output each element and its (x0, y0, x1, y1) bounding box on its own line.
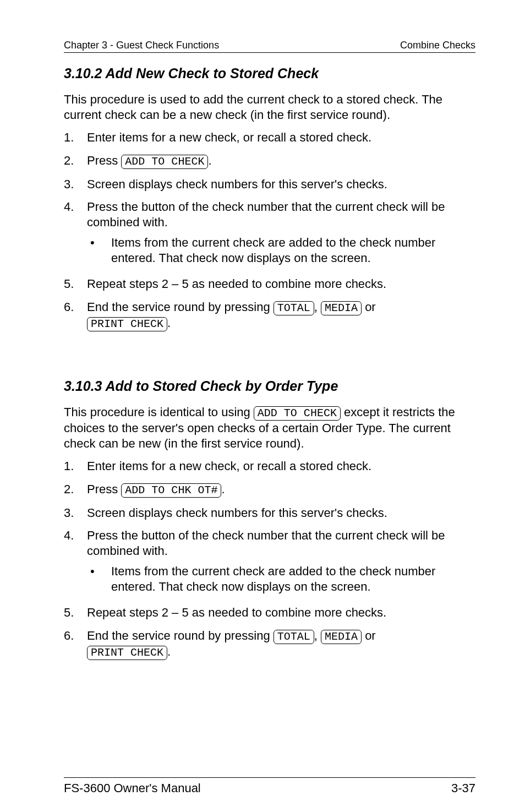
section-gap (64, 339, 475, 366)
step-item: 6. End the service round by pressing TOT… (64, 299, 475, 331)
bullet-item: • Items from the current check are added… (87, 235, 475, 265)
step-item: 5. Repeat steps 2 – 5 as needed to combi… (64, 605, 475, 620)
step-item: 5. Repeat steps 2 – 5 as needed to combi… (64, 276, 475, 292)
keycap-print-check: PRINT CHECK (87, 317, 167, 331)
step-item: 3. Screen displays check numbers for thi… (64, 177, 475, 192)
section-b-steps: 1. Enter items for a new check, or recal… (64, 459, 475, 660)
keycap-add-to-check: ADD TO CHECK (254, 406, 341, 421)
step-sep: , (314, 300, 321, 314)
header-right: Combine Checks (400, 40, 475, 51)
step-body: End the service round by pressing TOTAL,… (87, 628, 475, 660)
section-b-title: 3.10.3 Add to Stored Check by Order Type (64, 378, 475, 395)
section-b-intro: This procedure is identical to using ADD… (64, 405, 475, 451)
step-item: 4. Press the button of the check number … (64, 199, 475, 269)
step-prefix: End the service round by pressing (87, 300, 274, 314)
step-body: End the service round by pressing TOTAL,… (87, 299, 475, 331)
step-item: 4. Press the button of the check number … (64, 528, 475, 597)
bullet-icon: • (87, 564, 111, 594)
step-number: 2. (64, 482, 87, 498)
step-text: Screen displays check numbers for this s… (87, 177, 475, 192)
step-number: 1. (64, 130, 87, 145)
step-number: 4. (64, 528, 87, 597)
step-item: 6. End the service round by pressing TOT… (64, 628, 475, 660)
step-number: 5. (64, 276, 87, 292)
step-sep: or (362, 629, 376, 642)
bullet-text: Items from the current check are added t… (111, 564, 475, 594)
section-a-steps: 1. Enter items for a new check, or recal… (64, 130, 475, 331)
step-bullets: • Items from the current check are added… (87, 235, 475, 265)
keycap-total: TOTAL (274, 630, 314, 644)
step-prefix: Press (87, 154, 121, 167)
step-text: Press the button of the check number tha… (87, 528, 445, 558)
page: Chapter 3 - Guest Check Functions Combin… (0, 0, 525, 812)
keycap-total: TOTAL (274, 301, 314, 315)
step-number: 6. (64, 628, 87, 660)
keycap-media: MEDIA (321, 630, 362, 644)
footer-right: 3-37 (451, 781, 475, 795)
step-text: Repeat steps 2 – 5 as needed to combine … (87, 605, 475, 620)
step-text: Repeat steps 2 – 5 as needed to combine … (87, 276, 475, 292)
bullet-item: • Items from the current check are added… (87, 564, 475, 594)
step-sep: or (362, 300, 376, 314)
step-text: Screen displays check numbers for this s… (87, 505, 475, 521)
step-text: Enter items for a new check, or recall a… (87, 459, 475, 474)
step-suffix: . (221, 482, 225, 496)
keycap-print-check: PRINT CHECK (87, 646, 167, 660)
step-prefix: Press (87, 482, 121, 496)
step-item: 2. Press ADD TO CHECK. (64, 153, 475, 169)
step-body: Press ADD TO CHK OT#. (87, 482, 475, 498)
step-bullets: • Items from the current check are added… (87, 564, 475, 594)
step-prefix: End the service round by pressing (87, 629, 274, 642)
step-text: Press the button of the check number tha… (87, 200, 445, 229)
step-item: 2. Press ADD TO CHK OT#. (64, 482, 475, 498)
footer-left: FS-3600 Owner's Manual (64, 781, 201, 795)
section-a-intro: This procedure is used to add the curren… (64, 92, 475, 122)
step-body: Press the button of the check number tha… (87, 199, 475, 269)
header-left: Chapter 3 - Guest Check Functions (64, 40, 219, 51)
step-sep: , (314, 629, 321, 642)
step-number: 3. (64, 177, 87, 192)
bullet-text: Items from the current check are added t… (111, 235, 475, 265)
step-item: 1. Enter items for a new check, or recal… (64, 459, 475, 474)
step-suffix: . (167, 316, 171, 330)
page-content: 3.10.2 Add New Check to Stored Check Thi… (64, 53, 475, 755)
page-header: Chapter 3 - Guest Check Functions Combin… (64, 40, 475, 53)
step-number: 4. (64, 199, 87, 269)
step-item: 3. Screen displays check numbers for thi… (64, 505, 475, 521)
intro-prefix: This procedure is identical to using (64, 405, 254, 419)
keycap-media: MEDIA (321, 301, 362, 315)
step-number: 2. (64, 153, 87, 169)
section-a-title: 3.10.2 Add New Check to Stored Check (64, 65, 475, 82)
step-suffix: . (167, 645, 171, 658)
step-number: 6. (64, 299, 87, 331)
step-text: Enter items for a new check, or recall a… (87, 130, 475, 145)
step-body: Press ADD TO CHECK. (87, 153, 475, 169)
bullet-icon: • (87, 235, 111, 265)
page-footer: FS-3600 Owner's Manual 3-37 (64, 777, 475, 795)
step-item: 1. Enter items for a new check, or recal… (64, 130, 475, 145)
step-number: 3. (64, 505, 87, 521)
keycap-add-to-chk-ot: ADD TO CHK OT# (121, 483, 221, 498)
step-number: 5. (64, 605, 87, 620)
step-suffix: . (208, 154, 211, 167)
step-number: 1. (64, 459, 87, 474)
keycap-add-to-check: ADD TO CHECK (121, 155, 208, 169)
step-body: Press the button of the check number tha… (87, 528, 475, 597)
